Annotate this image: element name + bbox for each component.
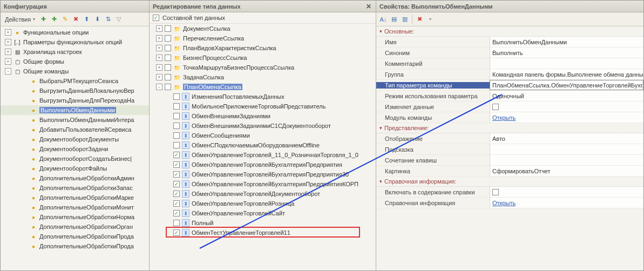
type-item[interactable]: ✓⬍ОбменУправлениеТорговлейБухгалтерияПре… <box>150 170 376 179</box>
expand-icon[interactable]: + <box>156 35 162 42</box>
tree-item[interactable]: ●ДобавитьПользователейСервиса <box>1 125 149 134</box>
section-main[interactable]: Основные: <box>376 26 643 37</box>
item-checkbox[interactable] <box>173 93 180 100</box>
item-checkbox[interactable]: ✓ <box>173 210 180 216</box>
tree-item[interactable]: ●ДополнительныеОбработкиПрода <box>1 232 149 241</box>
item-checkbox[interactable]: ✓ <box>173 171 180 178</box>
item-checkbox[interactable] <box>173 103 180 110</box>
type-item[interactable]: ⬍ОбменСПодключаемымОборудованиемOffline <box>150 140 376 150</box>
tree-item[interactable]: ●ДополнительныеОбработкиНорма <box>1 212 149 222</box>
folder-checkbox[interactable] <box>165 64 171 71</box>
tree-item[interactable]: ●ДокументооборотЗадачи <box>1 144 149 154</box>
prop-value-hint[interactable] <box>490 144 643 154</box>
tree-item[interactable]: ●ДополнительныеОбработкиОрган <box>1 222 149 232</box>
filter-icon[interactable]: ▽ <box>114 15 124 24</box>
item-checkbox[interactable] <box>173 132 180 139</box>
expand-icon[interactable]: + <box>156 64 162 71</box>
expand-icon[interactable]: + <box>156 25 162 32</box>
prop-value-changes-data[interactable] <box>490 101 643 112</box>
expand-icon[interactable]: + <box>5 39 11 45</box>
tree-item[interactable]: ●ДополнительныеОбработкиМаркe <box>1 193 149 202</box>
categorize-icon[interactable]: ▤ <box>389 15 399 24</box>
type-item[interactable]: ✓⬍ОбменУправлениеТорговлейСайт <box>150 208 376 218</box>
type-folder[interactable]: -📁ПланОбменаСсылка <box>150 82 376 92</box>
expand-icon[interactable]: + <box>5 49 11 55</box>
folder-checkbox[interactable] <box>165 74 171 80</box>
prop-value-param-type[interactable]: ПланОбменаСсылка.ОбменУправлениеТорговле… <box>490 80 643 90</box>
prop-value-display[interactable]: Авто <box>490 133 643 144</box>
item-checkbox[interactable] <box>173 220 180 226</box>
prop-value-picture[interactable]: СформироватьОтчет <box>490 166 643 176</box>
type-item[interactable]: ⬍ОбменВнешнимиЗаданиямиС1СДокументооборо… <box>150 121 376 131</box>
expand-icon[interactable]: + <box>156 45 162 51</box>
type-item[interactable]: ⬍ИзмененияПоставляемыхДанных <box>150 92 376 101</box>
item-checkbox[interactable]: ✓ <box>173 161 180 168</box>
prop-value-group[interactable]: Командная панель формы.Выполнение обмена… <box>490 69 643 79</box>
tree-item[interactable]: ●ДокументооборотДокументы <box>1 134 149 144</box>
prop-value-name[interactable]: ВыполнитьОбменДанными <box>490 37 643 47</box>
folder-checkbox[interactable] <box>165 45 171 51</box>
tree-item[interactable]: +▢Общие формы <box>1 57 149 66</box>
props-filter-icon[interactable]: ▥ <box>400 15 410 24</box>
tree-item[interactable]: -▢Общие команды <box>1 66 149 76</box>
prop-value-usage[interactable]: Одиночный <box>490 91 643 101</box>
type-item[interactable]: ⬍ОбменСообщениями <box>150 131 376 140</box>
expand-icon[interactable]: + <box>156 74 162 80</box>
module-open-link[interactable]: Открыть <box>492 114 516 121</box>
sort-icon[interactable]: ⇅ <box>103 15 113 24</box>
add-icon[interactable]: ✚ <box>38 15 48 24</box>
delete-icon[interactable]: ✖ <box>71 15 80 24</box>
type-folder[interactable]: +📁ДокументСсылка <box>150 24 376 33</box>
help-open-link[interactable]: Открыть <box>492 200 516 206</box>
prop-value-comment[interactable] <box>490 58 643 69</box>
edit-icon[interactable]: ✎ <box>60 15 70 24</box>
item-checkbox[interactable]: ✓ <box>173 152 180 158</box>
type-item[interactable]: ✓⬍ОбменТестУправлениеТорговлей11 <box>150 228 376 238</box>
actions-dropdown[interactable]: Действия ▾ <box>3 15 37 24</box>
tree-item[interactable]: ●ВыгрузитьДанныеДляПереходаНа <box>1 96 149 105</box>
sort-az-icon[interactable]: A↓ <box>378 15 388 24</box>
folder-checkbox[interactable] <box>165 25 171 32</box>
tree-item[interactable]: ●ДополнительныеОбработкиМонит <box>1 202 149 212</box>
item-checkbox[interactable] <box>173 113 180 119</box>
tree-item[interactable]: ●ВыгрузитьДанныеВЛокальнуюВер <box>1 86 149 96</box>
collapse-icon[interactable]: - <box>156 84 162 90</box>
tree-item[interactable]: ●ВыполнитьОбменДанными <box>1 105 149 115</box>
type-folder[interactable]: +📁ЗадачаСсылка <box>150 72 376 82</box>
type-folder[interactable]: +📁БизнесПроцессСсылка <box>150 53 376 63</box>
type-item[interactable]: ⬍Полный <box>150 218 376 228</box>
close-icon[interactable]: ✕ <box>365 3 372 10</box>
prop-value-synonym[interactable]: Выполнить <box>490 48 643 58</box>
folder-checkbox[interactable] <box>165 55 171 61</box>
item-checkbox[interactable]: ✓ <box>173 229 180 236</box>
tree-item[interactable]: ●ДокументооборотСоздатьБизнес| <box>1 154 149 164</box>
tree-item[interactable]: +●Функциональные опции <box>1 28 149 37</box>
clear-icon[interactable]: ✖ <box>415 15 424 24</box>
type-item[interactable]: ✓⬍ОбменУправлениеТорговлейРозница <box>150 199 376 208</box>
up-icon[interactable]: ⬆ <box>82 15 91 24</box>
type-item[interactable]: ⬍МобильноеПриложениеТорговыйПредставител… <box>150 101 376 111</box>
item-checkbox[interactable] <box>173 123 180 129</box>
expand-icon[interactable]: + <box>156 55 162 61</box>
add-child-icon[interactable]: ✚ <box>49 15 59 24</box>
expand-icon[interactable]: + <box>5 29 11 36</box>
type-folder[interactable]: +📁ТочкаМаршрутаБизнесПроцессаСсылка <box>150 63 376 72</box>
tree-item[interactable]: +▤Хранилища настроек <box>1 47 149 57</box>
tree-item[interactable]: +[..]Параметры функциональных опций <box>1 37 149 47</box>
config-tree[interactable]: +●Функциональные опции+[..]Параметры фун… <box>1 26 149 270</box>
tree-item[interactable]: ●ВыбратьРМТекущегоСеанса <box>1 76 149 86</box>
type-item[interactable]: ✓⬍ОбменУправлениеТорговлейДокументооборо… <box>150 189 376 199</box>
section-presentation[interactable]: Представление: <box>376 123 643 133</box>
prop-value-include-help[interactable] <box>490 187 643 197</box>
include-help-checkbox[interactable] <box>492 189 499 195</box>
tree-item[interactable]: ●ДополнительныеОбработкиАдмин <box>1 173 149 183</box>
type-item[interactable]: ✓⬍ОбменУправлениеТорговлейБухгалтерияПре… <box>150 179 376 189</box>
type-item[interactable]: ✓⬍ОбменУправлениеТорговлей_11_0_Рознична… <box>150 150 376 160</box>
datatype-tree[interactable]: +📁ДокументСсылка+📁ПеречислениеСсылка+📁Пл… <box>150 24 376 270</box>
prop-value-shortcut[interactable] <box>490 155 643 165</box>
folder-checkbox[interactable] <box>165 84 171 90</box>
expand-icon[interactable]: + <box>5 58 11 65</box>
tree-item[interactable]: ●ДополнительныеОбработкиПрода <box>1 241 149 251</box>
down-icon[interactable]: ⬇ <box>92 15 102 24</box>
tree-item[interactable]: ●ВыполнитьОбменДаннымиИнтера <box>1 115 149 125</box>
